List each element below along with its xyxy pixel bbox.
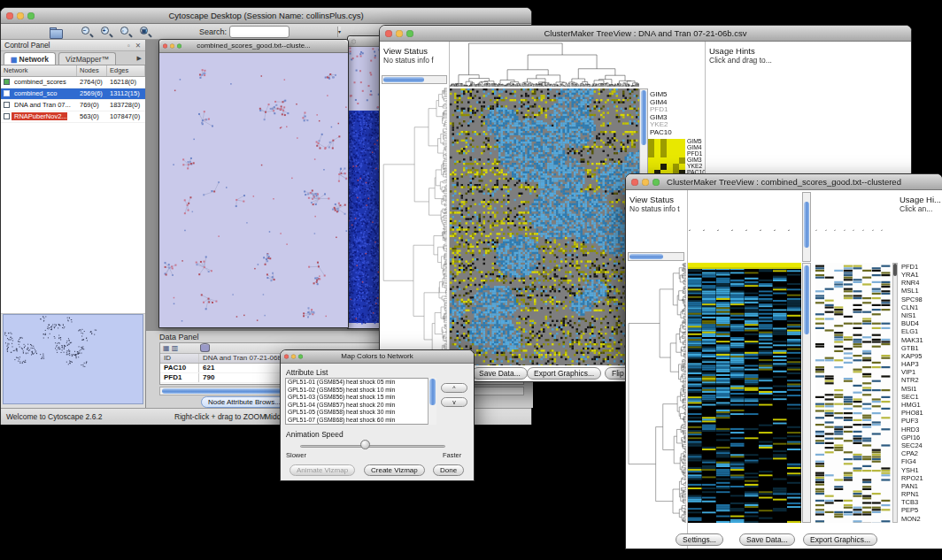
gene-label[interactable]: CLN1 bbox=[900, 303, 942, 311]
save-data-button[interactable]: Save Data... bbox=[739, 533, 795, 546]
panel-float-close-icons[interactable]: ▫ ✕ bbox=[127, 40, 143, 51]
gene-label[interactable]: KAP95 bbox=[900, 352, 942, 360]
gene-label[interactable]: HRD3 bbox=[900, 426, 942, 433]
network-row-dna-tran[interactable]: DNA and Tran 07... 769(0) 183728(0) bbox=[1, 100, 145, 111]
dense-network-canvas[interactable] bbox=[348, 47, 382, 328]
attribute-list-item[interactable]: GPL51-05 (GSM858) heat shock 30 min bbox=[286, 409, 435, 417]
export-graphics-button[interactable]: Export Graphics... bbox=[527, 367, 601, 380]
gene-label[interactable]: RPN1 bbox=[900, 490, 942, 498]
dense-network-titlebar[interactable] bbox=[348, 36, 382, 47]
main-titlebar[interactable]: Cytoscape Desktop (Session Name: collins… bbox=[1, 8, 531, 24]
database-icon[interactable] bbox=[200, 343, 208, 352]
label-area-vscrollbar[interactable] bbox=[802, 192, 811, 262]
minimize-button[interactable] bbox=[642, 179, 649, 186]
gene-label[interactable]: HAP3 bbox=[900, 360, 942, 368]
scrollbar-thumb[interactable] bbox=[629, 254, 663, 259]
gene-label[interactable]: PHO81 bbox=[900, 409, 942, 417]
minimize-button[interactable] bbox=[170, 44, 174, 49]
minimize-button[interactable] bbox=[396, 30, 403, 37]
treeview-combined-titlebar[interactable]: ClusterMaker TreeView : combined_scores_… bbox=[626, 174, 942, 190]
settings-button[interactable]: Settings... bbox=[676, 533, 723, 546]
map-colors-titlebar[interactable]: Map Colors to Network bbox=[281, 350, 474, 364]
zoom-button[interactable] bbox=[652, 179, 660, 186]
heatmap-canvas[interactable] bbox=[450, 88, 639, 365]
attribute-list-item[interactable]: GPL51-04 (GSM857) heat shock 20 min bbox=[286, 402, 435, 410]
attribute-list-item[interactable]: GPL51-07 (GSM868) heat shock 60 min bbox=[286, 417, 435, 425]
node-attribute-browser-button[interactable]: Node Attribute Brows... bbox=[201, 396, 288, 408]
table-mode-icon[interactable]: ▥ bbox=[172, 344, 179, 352]
scrollbar-thumb[interactable] bbox=[893, 264, 897, 276]
network-row-rnapubernov[interactable]: RNAPuberNov2... 563(0) 107847(0) bbox=[1, 111, 145, 123]
gene-label[interactable]: RNR4 bbox=[900, 279, 942, 287]
gene-label[interactable]: NTR2 bbox=[900, 377, 942, 385]
gene-label[interactable]: MSI1 bbox=[900, 385, 942, 393]
gene-label[interactable]: SPC98 bbox=[900, 295, 942, 303]
zoom-button[interactable] bbox=[298, 355, 303, 359]
minimize-button[interactable] bbox=[17, 12, 24, 19]
move-up-button[interactable]: ^ bbox=[441, 383, 467, 393]
gene-label[interactable]: FIG4 bbox=[900, 458, 942, 466]
zoom-button[interactable] bbox=[27, 12, 35, 19]
gene-label[interactable]: SEC24 bbox=[900, 441, 942, 449]
search-input[interactable]: ▾ bbox=[229, 26, 290, 38]
animation-speed-slider-track[interactable] bbox=[300, 445, 445, 448]
gene-label[interactable]: ELG1 bbox=[900, 328, 942, 336]
network-view-canvas[interactable] bbox=[159, 53, 348, 327]
attribute-list[interactable]: GPL51-01 (GSM854) heat shock 05 minGPL51… bbox=[285, 378, 436, 425]
gene-label[interactable]: MON2 bbox=[900, 515, 942, 523]
secondary-heatmap-canvas[interactable] bbox=[815, 263, 891, 523]
zoom-button[interactable] bbox=[177, 44, 181, 49]
gene-label[interactable]: YRA1 bbox=[900, 271, 942, 279]
tab-overflow-arrow-icon[interactable]: ▶ bbox=[137, 55, 142, 62]
scrollbar-thumb[interactable] bbox=[641, 90, 646, 145]
close-button[interactable] bbox=[631, 179, 638, 186]
gene-label[interactable]: MAK31 bbox=[900, 336, 942, 344]
close-button[interactable] bbox=[351, 39, 356, 43]
create-vizmap-button[interactable]: Create Vizmap bbox=[364, 464, 425, 476]
tab-network[interactable]: ▦Network bbox=[4, 52, 56, 65]
gene-label[interactable]: VIP1 bbox=[900, 368, 942, 376]
network-overview-canvas[interactable] bbox=[4, 315, 143, 403]
chevron-down-icon[interactable]: ▾ bbox=[337, 27, 341, 37]
gene-label[interactable]: NIS1 bbox=[900, 311, 942, 319]
minimize-button[interactable] bbox=[291, 355, 296, 359]
search-text-field[interactable] bbox=[230, 27, 337, 37]
gene-label[interactable]: PEP5 bbox=[900, 507, 942, 515]
dendrogram-hscrollbar[interactable] bbox=[382, 75, 447, 84]
row-dendrogram[interactable] bbox=[628, 263, 686, 523]
gene-label[interactable]: PAN1 bbox=[900, 482, 942, 490]
network-overview-panel[interactable] bbox=[3, 314, 143, 404]
gene-label[interactable]: TCB3 bbox=[900, 498, 942, 506]
animate-vizmap-button[interactable]: Animate Vizmap bbox=[290, 464, 355, 476]
gene-label[interactable]: HMG1 bbox=[900, 401, 942, 409]
row-dendrogram[interactable] bbox=[382, 88, 447, 364]
dendrogram-hscrollbar[interactable] bbox=[628, 252, 684, 261]
done-button[interactable]: Done bbox=[433, 464, 464, 476]
export-graphics-button[interactable]: Export Graphics... bbox=[803, 533, 877, 546]
treeview-dna-titlebar[interactable]: ClusterMaker TreeView : DNA and Tran 07-… bbox=[380, 26, 911, 42]
gene-label[interactable]: PUF3 bbox=[900, 418, 942, 426]
gene-label[interactable]: YSH1 bbox=[900, 466, 942, 474]
attribute-list-vscrollbar[interactable] bbox=[428, 378, 436, 425]
attribute-list-item[interactable]: GPL51-01 (GSM854) heat shock 05 min bbox=[286, 379, 435, 387]
close-button[interactable] bbox=[284, 355, 289, 359]
gene-label[interactable]: GTB1 bbox=[900, 344, 942, 352]
secondary-vscrollbar[interactable] bbox=[892, 263, 898, 523]
gene-label[interactable]: CPA2 bbox=[900, 449, 942, 457]
tab-vizmapper[interactable]: VizMapper™ bbox=[58, 52, 116, 65]
gene-label[interactable]: GPI16 bbox=[900, 433, 942, 441]
attribute-list-item[interactable]: GPL51-02 (GSM855) heat shock 10 min bbox=[286, 387, 435, 395]
close-button[interactable] bbox=[385, 30, 392, 37]
scrollbar-thumb[interactable] bbox=[804, 265, 809, 334]
close-button[interactable] bbox=[163, 44, 167, 49]
gene-label[interactable]: PFD1 bbox=[900, 263, 942, 271]
correlation-matrix-canvas[interactable] bbox=[648, 139, 685, 176]
gene-label[interactable]: RPO21 bbox=[900, 474, 942, 482]
scrollbar-thumb[interactable] bbox=[383, 77, 424, 82]
network-row-combined-sco-selected[interactable]: combined_sco 2569(6) 13112(15) bbox=[1, 88, 145, 100]
network-row-combined-scores[interactable]: combined_scores 2764(0) 16218(0) bbox=[1, 77, 145, 88]
heatmap-canvas[interactable] bbox=[688, 263, 801, 523]
save-data-button[interactable]: Save Data... bbox=[472, 367, 528, 380]
gene-label[interactable]: SEC1 bbox=[900, 393, 942, 401]
scrollbar-thumb[interactable] bbox=[429, 379, 436, 405]
